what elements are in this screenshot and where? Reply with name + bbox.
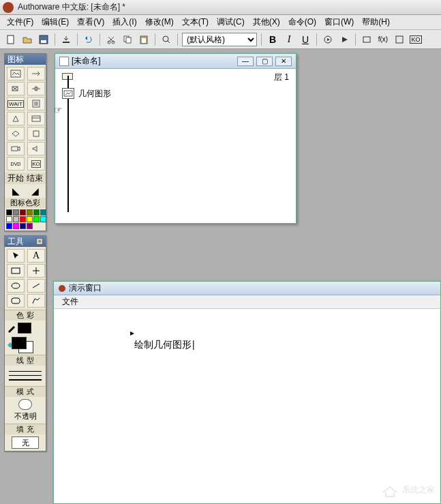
knowledge-button[interactable]: KO [409,33,423,46]
decision-icon-tool[interactable] [7,127,25,140]
color-swatch[interactable] [13,223,19,229]
start-flag-label: 开始 [7,173,24,184]
color-swatch[interactable] [13,209,19,216]
flow-icon-label[interactable]: 几何图形 [78,88,111,100]
control-panel-button[interactable] [360,33,374,46]
design-window-titlebar[interactable]: [未命名] — ▢ ✕ [55,54,296,69]
svg-rect-9 [142,38,146,43]
variables-button[interactable] [393,33,406,46]
line-style-picker[interactable] [5,366,46,386]
menu-text[interactable]: 文本(T) [178,15,213,29]
color-swatch[interactable] [20,209,26,216]
color-swatch[interactable] [27,223,33,229]
play-button[interactable] [337,33,351,46]
polygon-tool[interactable] [27,294,45,308]
copy-button[interactable] [121,33,134,46]
menu-window[interactable]: 窗口(W) [320,15,358,29]
erase-icon-tool[interactable] [7,82,25,95]
sound-icon-tool[interactable] [27,142,45,155]
color-swatch[interactable] [27,216,33,222]
minimize-button[interactable]: — [237,57,254,66]
pen-color-swatch[interactable] [18,323,31,333]
insertion-hand-icon: ☞ [54,104,63,115]
calc-icon-tool[interactable] [27,97,45,110]
presentation-menu-file[interactable]: 文件 [58,295,82,309]
menu-edit[interactable]: 编辑(E) [37,15,73,29]
color-swatch[interactable] [33,209,40,216]
color-swatch[interactable] [13,216,19,222]
mode-value: 不透明 [14,411,37,421]
cut-button[interactable] [104,33,118,46]
line-tool[interactable] [27,264,45,278]
color-swatch[interactable] [40,216,46,222]
menu-file[interactable]: 文件(F) [3,15,37,29]
dvd-icon-tool[interactable]: DVD [7,157,25,171]
mode-section-label: 模 式 [5,386,46,397]
interaction-icon-tool[interactable] [27,82,45,95]
find-button[interactable] [159,33,173,46]
flowline-area[interactable]: 层 1 几何图形 ☞ [55,69,296,223]
svg-point-25 [59,285,65,292]
paste-button[interactable] [137,33,151,46]
color-swatch[interactable] [6,209,12,216]
menu-command[interactable]: 命令(O) [284,15,320,29]
rectangle-tool[interactable] [7,264,25,278]
save-button[interactable] [37,33,50,46]
text-tool[interactable]: A [27,249,45,263]
text-style-select[interactable]: (默认风格) [182,33,257,46]
menu-view[interactable]: 查看(V) [73,15,108,29]
icon-palette-title[interactable]: 图标 [5,54,46,65]
presentation-titlebar[interactable]: 演示窗口 [54,282,440,295]
color-swatch[interactable] [20,223,26,229]
color-swatch[interactable] [6,223,12,229]
menu-other[interactable]: 其他(X) [249,15,284,29]
menu-insert[interactable]: 插入(I) [108,15,140,29]
main-toolbar: (默认风格) B I U f(x) KO [0,30,441,49]
underline-button[interactable]: U [299,33,312,46]
navigate-icon-tool[interactable] [7,112,25,125]
rounded-rect-tool[interactable] [7,294,25,308]
color-swatch[interactable] [40,209,46,216]
pen-color-icon [7,323,16,333]
close-button[interactable]: ✕ [275,57,292,66]
tools-panel-title[interactable]: 工具 × [5,236,46,247]
framework-icon-tool[interactable] [27,112,45,125]
design-window-title: [未命名] [72,55,101,67]
diagonal-tool[interactable] [27,279,45,293]
end-flag-tool[interactable]: ◢ [31,186,39,196]
color-swatch[interactable] [33,216,40,222]
color-swatch[interactable] [20,216,26,222]
wait-icon-tool[interactable]: WAIT [7,97,25,110]
fill-picker[interactable]: 无 [12,436,39,449]
color-swatch[interactable] [27,209,33,216]
svg-point-10 [163,36,168,42]
start-flag-tool[interactable]: ◣ [12,186,20,196]
svg-rect-12 [363,37,370,42]
flow-display-icon[interactable] [62,88,74,99]
undo-button[interactable] [82,33,95,46]
display-icon-tool[interactable] [7,67,25,80]
canvas-text-input[interactable]: 绘制几何图形 [134,339,195,351]
maximize-button[interactable]: ▢ [256,57,273,66]
menu-modify[interactable]: 修改(M) [141,15,178,29]
movie-icon-tool[interactable] [7,142,25,155]
motion-icon-tool[interactable] [27,67,45,80]
knowledge-icon-tool[interactable]: KO [27,157,45,171]
close-icon[interactable]: × [36,238,43,245]
ellipse-tool[interactable] [7,279,25,293]
mode-picker[interactable] [18,399,32,410]
pointer-tool[interactable] [7,249,25,263]
menu-debug[interactable]: 调试(C) [213,15,249,29]
presentation-canvas[interactable]: ▸ 绘制几何图形 系统之家 [54,309,440,503]
functions-button[interactable]: f(x) [376,33,390,46]
open-button[interactable] [20,33,34,46]
menu-help[interactable]: 帮助(H) [358,15,394,29]
new-button[interactable] [4,33,18,46]
import-button[interactable] [59,33,73,46]
map-icon-tool[interactable] [27,127,45,140]
color-swatch[interactable] [6,216,12,222]
run-button[interactable] [321,33,335,46]
bold-button[interactable]: B [266,33,279,46]
italic-button[interactable]: I [282,33,296,46]
fill-color-swatches[interactable] [5,336,46,355]
